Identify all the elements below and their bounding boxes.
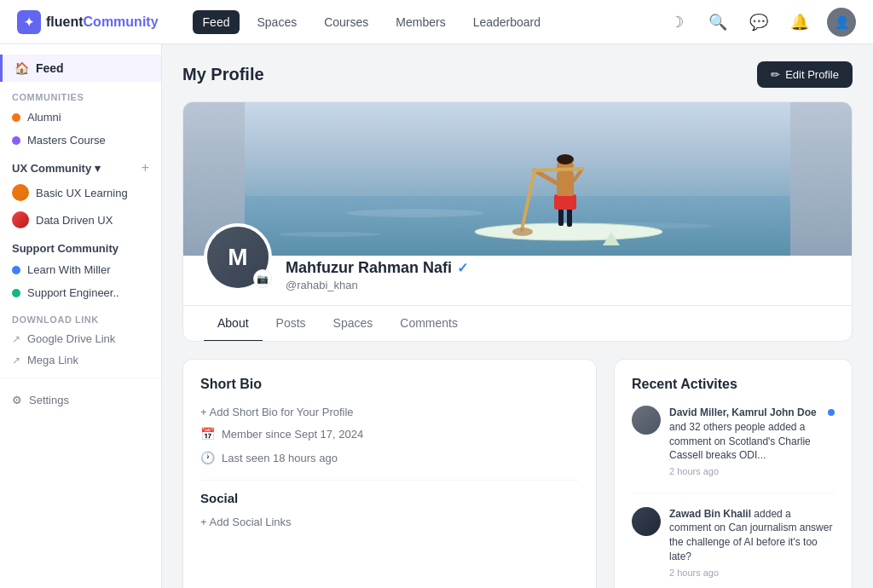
settings-link[interactable]: ⚙ Settings (12, 389, 149, 412)
masters-dot (12, 136, 20, 145)
tab-spaces[interactable]: Spaces (320, 306, 387, 342)
verified-badge-icon: ✓ (457, 260, 468, 276)
topnav-actions: ☽ 🔍 💬 🔔 👤 (663, 8, 856, 37)
sidebar: 🏠 Feed Communities Alumni Masters Course… (0, 44, 162, 588)
profile-content: Short Bio + Add Short Bio for Your Profi… (182, 359, 853, 588)
logo[interactable]: ✦ fluentCommunity (17, 10, 159, 34)
sidebar-item-masters-course[interactable]: Masters Course (0, 129, 161, 152)
activity-new-dot (828, 409, 835, 416)
chat-icon[interactable]: 💬 (745, 9, 772, 36)
social-section-title: Social (200, 491, 579, 505)
sidebar-item-alumni[interactable]: Alumni (0, 106, 161, 129)
camera-icon[interactable]: 📷 (253, 269, 272, 288)
svg-rect-8 (554, 194, 576, 210)
profile-avatar-wrap: M 📷 (204, 223, 272, 291)
add-bio-link[interactable]: + Add Short Bio for Your Profile (200, 402, 579, 422)
edit-profile-button[interactable]: ✏ Edit Profile (757, 61, 853, 88)
learn-miller-dot (12, 266, 20, 274)
nav-feed[interactable]: Feed (193, 10, 240, 34)
ux-community-add-icon[interactable]: + (142, 160, 149, 176)
basic-ux-avatar (12, 184, 29, 201)
logo-brand: fluentCommunity (46, 14, 159, 30)
topnav-links: Feed Spaces Courses Members Leaderboard (193, 10, 663, 34)
tab-comments[interactable]: Comments (386, 306, 471, 342)
alumni-label: Alumni (27, 111, 61, 124)
member-since-info: 📅 Member since Sept 17, 2024 (200, 422, 579, 446)
notifications-icon[interactable]: 🔔 (786, 9, 813, 36)
profile-name-section: Mahfuzur Rahman Nafi ✓ @rahabi_khan (286, 222, 468, 291)
feed-label: Feed (36, 61, 64, 75)
sidebar-item-learn-with-miller[interactable]: Learn With Miller (0, 258, 161, 281)
download-link-section-label: Download Link (0, 304, 161, 328)
gear-icon: ⚙ (12, 394, 22, 406)
nav-leaderboard[interactable]: Leaderboard (463, 10, 551, 34)
profile-handle: @rahabi_khan (286, 279, 468, 291)
bio-section-title: Short Bio (200, 377, 579, 392)
svg-point-2 (347, 209, 483, 217)
arrow-icon: ↗ (12, 333, 20, 345)
sidebar-item-basic-ux[interactable]: Basic UX Learning (0, 179, 161, 206)
svg-rect-0 (245, 102, 790, 196)
last-seen-info: 🕐 Last seen 18 hours ago (200, 446, 579, 470)
masters-course-label: Masters Course (27, 134, 106, 147)
nav-members[interactable]: Members (385, 10, 455, 34)
bio-card: Short Bio + Add Short Bio for Your Profi… (182, 359, 597, 588)
chevron-down-icon: ▾ (95, 162, 101, 175)
page-title: My Profile (182, 65, 264, 84)
svg-point-11 (557, 154, 574, 164)
communities-section-label: Communities (0, 82, 161, 106)
logo-icon: ✦ (17, 10, 41, 34)
sidebar-google-drive[interactable]: ↗ Google Drive Link (0, 328, 161, 349)
activity-avatar-2 (632, 507, 661, 536)
sidebar-mega-link[interactable]: ↗ Mega Link (0, 349, 161, 371)
user-avatar[interactable]: 👤 (827, 8, 856, 37)
activity-item: Zawad Bin Khalil added a comment on Can … (632, 507, 835, 588)
support-community-header: Support Community (0, 233, 161, 258)
support-community-title: Support Community (12, 242, 119, 255)
edit-icon: ✏ (771, 68, 780, 81)
home-icon: 🏠 (14, 61, 29, 75)
activity-card: Recent Activites David Miller, Kamrul Jo… (614, 359, 853, 588)
alumni-dot (12, 113, 20, 122)
profile-info: M 📷 Mahfuzur Rahman Nafi ✓ @rahabi_khan (183, 222, 852, 305)
topnav: ✦ fluentCommunity Feed Spaces Courses Me… (0, 0, 873, 44)
activity-item: David Miller, Kamrul John Doe and 32 oth… (632, 406, 835, 493)
calendar-icon: 📅 (200, 427, 215, 441)
data-driven-avatar (12, 211, 29, 228)
nav-spaces[interactable]: Spaces (246, 10, 307, 34)
arrow-icon-2: ↗ (12, 355, 20, 366)
search-icon[interactable]: 🔍 (704, 9, 731, 36)
sidebar-item-support-engineer[interactable]: Support Engineer.. (0, 281, 161, 304)
activity-text-2: Zawad Bin Khalil added a comment on Can … (669, 507, 835, 580)
sidebar-bottom: ⚙ Settings (0, 378, 161, 422)
tab-about[interactable]: About (204, 306, 263, 342)
profile-tabs: About Posts Spaces Comments (183, 305, 852, 341)
bio-divider (200, 480, 579, 481)
ux-community-header: UX Community ▾ + (0, 152, 161, 179)
activity-title: Recent Activites (632, 377, 835, 392)
add-social-link[interactable]: + Add Social Links (200, 512, 579, 532)
svg-line-14 (535, 169, 582, 170)
sidebar-feed[interactable]: 🏠 Feed (0, 55, 161, 82)
page-header: My Profile ✏ Edit Profile (182, 61, 853, 88)
activity-text-1: David Miller, Kamrul John Doe and 32 oth… (669, 406, 819, 479)
ux-community-title[interactable]: UX Community ▾ (12, 162, 101, 175)
profile-full-name: Mahfuzur Rahman Nafi ✓ (286, 259, 468, 277)
dark-mode-icon[interactable]: ☽ (663, 9, 691, 36)
sidebar-item-data-driven-ux[interactable]: Data Driven UX (0, 206, 161, 233)
clock-icon: 🕐 (200, 451, 215, 464)
activity-avatar-1 (632, 406, 661, 435)
profile-card: M 📷 Mahfuzur Rahman Nafi ✓ @rahabi_khan … (182, 101, 853, 342)
nav-courses[interactable]: Courses (314, 10, 379, 34)
tab-posts[interactable]: Posts (263, 306, 320, 342)
main-content: My Profile ✏ Edit Profile (162, 44, 873, 588)
support-eng-dot (12, 289, 20, 297)
